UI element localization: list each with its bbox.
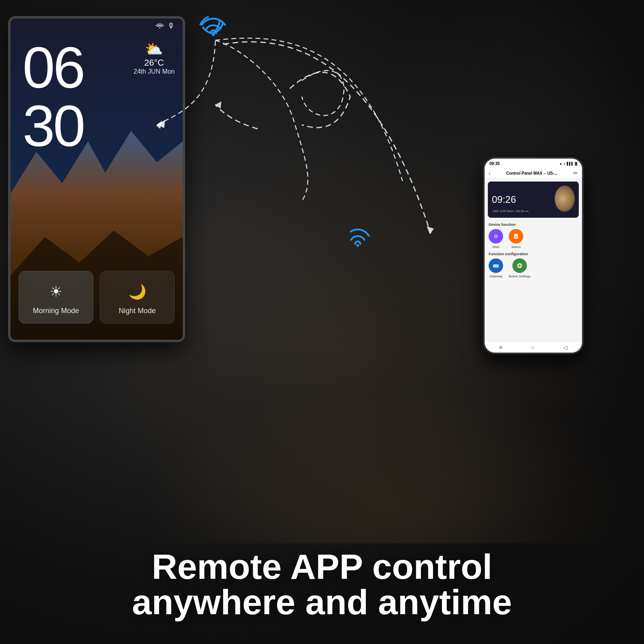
phone-nav-back[interactable]: ◁ [563,344,568,351]
wifi-signal-top [197,12,229,42]
tablet-time-hours: 06 [23,39,83,97]
video-function-item[interactable]: video [489,229,503,249]
svg-point-1 [212,33,215,36]
phone-screen: 09:35 ▲ ⬥ ▌▌▌ ▓ ‹ Control Panel MAX -- U… [485,159,582,353]
night-mode-label: Night Mode [119,307,156,315]
tablet-time-minutes: 30 [23,97,83,155]
furniture-bg [141,382,644,543]
tablet-wifi-icon [155,22,164,30]
phone-edit-button[interactable]: ✏ [573,170,578,176]
svg-point-2 [357,244,359,247]
gateway-icon [489,258,503,273]
tablet-mode-cards: ☀ Morning Mode 🌙 Night Mode [19,271,175,324]
tablet-device: 🎙 ⛅ 26°C 24th JUN Mon 06 30 ☀ Morning Mo… [8,16,185,342]
tablet-screen: 🎙 ⛅ 26°C 24th JUN Mon 06 30 ☀ Morning Mo… [10,19,183,340]
svg-rect-11 [493,264,499,268]
gateway-function-item[interactable]: Gateway [489,258,503,278]
phone-bluetooth-status: ⬥ [564,162,566,165]
button-settings-function-item[interactable]: Button Settings [509,258,530,278]
phone-top-bar: ‹ Control Panel MAX -- US-... ✏ [485,168,582,178]
phone-battery-status: ▓ [575,162,577,165]
weather-temp: 26°C [134,58,175,68]
svg-point-10 [515,236,517,238]
function-config-label: Function configuration [485,250,582,257]
night-mode-card[interactable]: 🌙 Night Mode [100,271,175,324]
svg-rect-13 [497,266,497,266]
switch-label: Switch [511,245,521,249]
phone-app-title: Control Panel MAX -- US-... [494,171,570,175]
svg-point-0 [159,27,161,29]
svg-point-8 [495,235,497,237]
phone-status-time: 09:35 [489,161,500,166]
device-function-icons: video Switch [485,227,582,250]
tablet-mic-icon: 🎙 [167,22,175,30]
phone-preview-widget: 09:26 24th JUN Mon • 09:26 ••• [488,182,579,218]
phone-device: 09:35 ▲ ⬥ ▌▌▌ ▓ ‹ Control Panel MAX -- U… [483,157,584,354]
tablet-time: 06 30 [23,39,83,155]
phone-nav-bar: ≡ ○ ◁ [485,341,582,353]
tablet-status-bar: 🎙 [155,22,175,30]
bottom-text-section: Remote APP control anywhere and anytime [0,549,644,620]
tablet-weather: ⛅ 26°C 24th JUN Mon [134,41,175,75]
phone-back-button[interactable]: ‹ [489,170,491,176]
svg-rect-12 [494,266,495,266]
phone-nav-home[interactable]: ○ [531,344,534,351]
switch-function-item[interactable]: Switch [509,229,523,249]
function-config-icons: Gateway Button Settings [485,257,582,280]
video-icon [489,229,503,244]
bottom-text-line1: Remote APP control [0,549,644,584]
switch-icon [509,229,523,244]
button-settings-label: Button Settings [509,275,530,278]
phone-preview-date: 24th JUN Mon • 09:26 ••• [493,209,528,213]
night-mode-icon: 🌙 [128,283,147,300]
phone-preview-time: 09:26 [492,194,516,205]
morning-mode-label: Morning Mode [33,307,79,315]
morning-mode-icon: ☀ [50,283,62,300]
phone-status-icons: ▲ ⬥ ▌▌▌ ▓ [559,162,577,165]
weather-date: 24th JUN Mon [134,68,175,75]
weather-icon: ⛅ [134,41,175,58]
phone-wifi-status: ▲ [559,162,562,165]
morning-mode-card[interactable]: ☀ Morning Mode [19,271,93,324]
bottom-text-line2: anywhere and anytime [0,584,644,620]
video-label: video [492,245,500,249]
device-function-label: Device function [485,221,582,227]
button-settings-icon [512,258,527,273]
phone-nav-menu[interactable]: ≡ [499,344,502,351]
phone-signal-status: ▌▌▌ [567,162,574,165]
phone-status-bar: 09:35 ▲ ⬥ ▌▌▌ ▓ [485,159,582,168]
wifi-signal-phone [350,225,378,251]
phone-preview-moon [555,186,575,212]
gateway-label: Gateway [489,275,502,278]
